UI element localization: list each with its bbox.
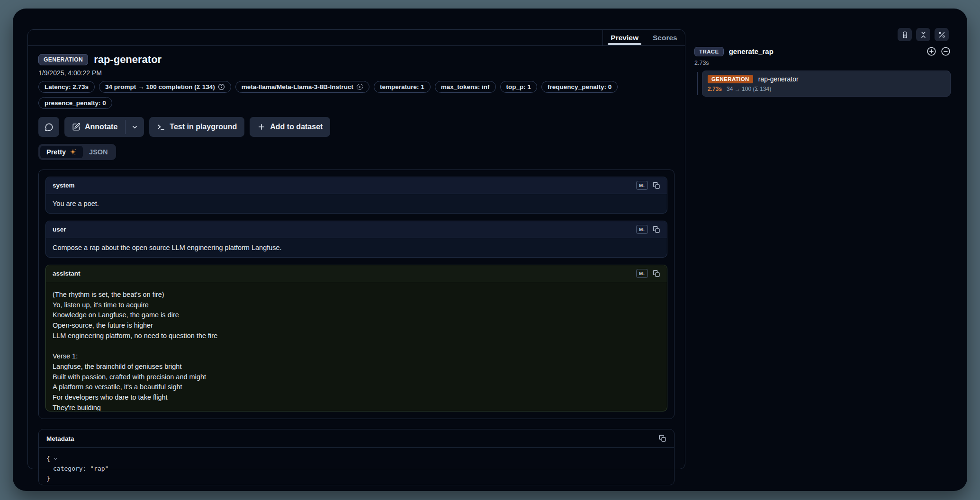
metadata-title: Metadata	[46, 435, 74, 442]
collapse-panel-button[interactable]	[916, 28, 930, 41]
view-toggle: Pretty JSON	[38, 144, 116, 160]
markdown-toggle-icon[interactable]: M↓	[636, 269, 648, 278]
user-message-header: user M↓	[46, 221, 667, 238]
title-row: GENERATION rap-generator	[38, 54, 674, 66]
scores-award-button[interactable]	[898, 28, 912, 41]
comment-button[interactable]	[38, 117, 59, 137]
trace-row: TRACE generate_rap	[694, 46, 951, 56]
collapse-all-button[interactable]	[941, 46, 951, 56]
trace-badge: TRACE	[694, 47, 724, 56]
role-label: system	[53, 182, 75, 189]
metadata-json: { category: "rap" }	[39, 448, 674, 485]
observation-content: GENERATION rap-generator 1/9/2025, 4:00:…	[28, 46, 685, 485]
expand-all-button[interactable]	[926, 46, 936, 56]
circle-plus-icon	[926, 46, 936, 56]
action-toolbar: Annotate Test in playground	[38, 117, 674, 137]
copy-icon[interactable]	[659, 435, 666, 442]
json-toggle[interactable]: JSON	[83, 146, 114, 158]
system-message-header: system M↓	[46, 177, 667, 194]
fold-vertical-icon	[919, 31, 927, 39]
generation-node-name: rap-generator	[758, 75, 799, 83]
trace-name[interactable]: generate_rap	[729, 47, 773, 55]
copy-icon[interactable]	[653, 226, 660, 233]
latency-pill: Latency: 2.73s	[38, 81, 95, 93]
tab-preview[interactable]: Preview	[611, 30, 638, 45]
role-label: assistant	[53, 270, 81, 277]
sparkles-icon	[69, 148, 77, 156]
blank-line	[53, 341, 660, 352]
terminal-icon	[157, 123, 165, 131]
assistant-message-header: assistant M↓	[46, 265, 667, 282]
percent-icon	[938, 31, 946, 39]
app-window: Preview Scores GENERATION rap-generator …	[13, 9, 967, 491]
tab-scores[interactable]: Scores	[653, 30, 677, 45]
system-message-content: You are a poet.	[46, 194, 667, 213]
generation-node-tokens: 34 → 100 (Σ 134)	[727, 86, 771, 92]
percent-timing-button[interactable]	[935, 28, 949, 41]
max-tokens-pill: max_tokens: inf	[435, 81, 496, 93]
timestamp: 1/9/2025, 4:00:22 PM	[38, 69, 674, 77]
pretty-toggle[interactable]: Pretty	[40, 146, 83, 158]
markdown-toggle-icon[interactable]: M↓	[636, 181, 648, 190]
user-message-content: Compose a rap about the open source LLM …	[46, 238, 667, 257]
tab-bar: Preview Scores	[28, 30, 685, 46]
tokens-pill: 34 prompt → 100 completion (Σ 134)	[99, 81, 231, 93]
trace-latency: 2.73s	[694, 60, 951, 66]
user-message-block: user M↓ Compose a rap about the open sou…	[45, 221, 667, 258]
tabs-group: Preview Scores	[602, 30, 685, 45]
copy-icon[interactable]	[653, 270, 660, 277]
generation-node-card[interactable]: GENERATION rap-generator 2.73s 34 → 100 …	[702, 71, 951, 97]
top-p-pill: top_p: 1	[500, 81, 538, 93]
chevron-down-icon	[131, 124, 138, 131]
annotate-button[interactable]: Annotate	[64, 117, 125, 137]
metadata-card: Metadata { category: "rap" }	[38, 429, 674, 485]
info-icon[interactable]	[218, 83, 225, 90]
collapse-chevron-icon[interactable]	[53, 456, 58, 462]
page-title: rap-generator	[94, 54, 162, 66]
plus-icon	[257, 123, 266, 131]
generation-node-latency: 2.73s	[708, 86, 722, 92]
edit-icon	[72, 123, 81, 131]
copy-icon[interactable]	[653, 182, 660, 189]
annotate-dropdown-button[interactable]	[126, 117, 144, 137]
generation-node-badge: GENERATION	[708, 75, 753, 83]
trace-tree-panel: TRACE generate_rap 2.73s	[694, 46, 951, 97]
observation-type-badge: GENERATION	[38, 54, 88, 65]
circle-minus-icon	[941, 46, 951, 56]
trace-actions	[926, 46, 951, 56]
annotate-split-button: Annotate	[64, 117, 144, 137]
frequency-penalty-pill: frequency_penalty: 0	[541, 81, 618, 93]
trace-tree: GENERATION rap-generator 2.73s 34 → 100 …	[694, 71, 951, 97]
model-pill: meta-llama/Meta-Llama-3-8B-Instruct	[235, 81, 369, 93]
markdown-toggle-icon[interactable]: M↓	[636, 225, 648, 234]
presence-penalty-pill: presence_penalty: 0	[38, 97, 112, 109]
role-label: user	[53, 226, 66, 233]
circle-plus-icon[interactable]	[356, 83, 363, 90]
metadata-header: Metadata	[39, 429, 674, 448]
assistant-message-block: assistant M↓ (The rhythm is set, the bea…	[45, 265, 667, 411]
assistant-message-content: (The rhythm is set, the beat's on fire) …	[46, 282, 667, 411]
io-card: system M↓ You are a poet. user	[38, 170, 674, 419]
window-actions	[898, 28, 949, 41]
award-icon	[901, 31, 909, 39]
comment-icon	[45, 123, 54, 132]
add-to-dataset-button[interactable]: Add to dataset	[250, 117, 330, 137]
system-message-block: system M↓ You are a poet.	[45, 177, 667, 214]
observation-panel: Preview Scores GENERATION rap-generator …	[27, 29, 685, 469]
temperature-pill: temperature: 1	[374, 81, 431, 93]
attribute-pills: Latency: 2.73s 34 prompt → 100 completio…	[38, 81, 674, 109]
test-in-playground-button[interactable]: Test in playground	[149, 117, 244, 137]
